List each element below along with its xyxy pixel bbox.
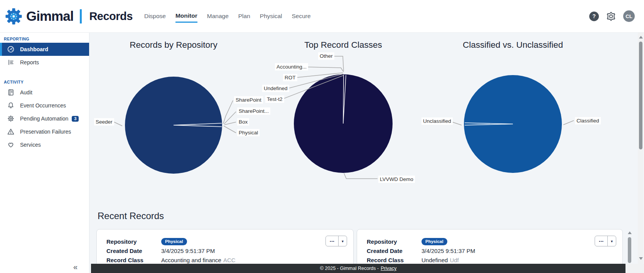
pie3-label-unclassified: Unclassified xyxy=(421,117,453,125)
pie1-label-seeder: Seeder xyxy=(94,118,114,126)
pie1-label-sharepoint2: SharePoint... xyxy=(237,107,270,115)
sidebar-item-label: Preservation Failures xyxy=(20,129,71,135)
privacy-link[interactable]: Privacy xyxy=(381,266,396,271)
sidebar-item-label: Reports xyxy=(20,59,39,65)
chart-title-classified-vs-unclassified: Classified vs. Unclassified xyxy=(463,40,563,50)
actions-dropdown-caret[interactable]: ▾ xyxy=(608,236,616,246)
chart-title-top-record-classes: Top Record Classes xyxy=(304,40,382,50)
sidebar-item-preservation-failures[interactable]: Preservation Failures xyxy=(0,125,89,138)
main-nav: Dispose Monitor Manage Plan Physical Sec… xyxy=(144,0,311,33)
pie1-label-sharepoint: SharePoint xyxy=(234,96,263,104)
sidebar-section-activity: ACTIVITY xyxy=(4,80,89,84)
help-icon[interactable]: ? xyxy=(589,12,599,21)
sidebar-item-label: Event Occurrences xyxy=(20,102,66,109)
sidebar-item-label: Dashboard xyxy=(20,46,48,52)
nav-manage[interactable]: Manage xyxy=(207,10,229,22)
field-row-record-class: Record Class Accounting and finance ACC xyxy=(106,255,353,265)
card-rows: Repository Physical Created Date 3/4/202… xyxy=(357,229,622,265)
sidebar-item-services[interactable]: Services xyxy=(0,138,89,151)
settings-gear-icon[interactable] xyxy=(605,11,617,22)
sidebar-section-reporting: REPORTING xyxy=(4,37,89,41)
brand-name: Gimmal xyxy=(26,8,73,24)
gimmal-gear-icon xyxy=(5,7,23,25)
card-action-split-button: ... ▾ xyxy=(325,236,347,246)
pie2-label-other: Other xyxy=(318,52,334,60)
chart-title-records-by-repository: Records by Repository xyxy=(130,40,217,50)
pie3-label-classified: Classified xyxy=(575,117,601,124)
pie1-label-box: Box xyxy=(237,118,249,126)
pie2-label-lvvwd-demo: LVVWD Demo xyxy=(378,176,415,183)
more-actions-button[interactable]: ... xyxy=(326,236,339,246)
page-scrollbar-thumb[interactable] xyxy=(639,42,642,149)
field-label: Created Date xyxy=(367,248,421,254)
app-window: Gimmal Records Dispose Monitor Manage Pl… xyxy=(0,0,644,273)
nav-monitor[interactable]: Monitor xyxy=(175,10,197,23)
product-name: Records xyxy=(89,10,133,23)
sidebar-item-audit[interactable]: Audit xyxy=(0,86,89,99)
recent-records-heading: Recent Records xyxy=(98,211,164,221)
warning-triangle-icon xyxy=(7,128,15,136)
field-label: Repository xyxy=(106,238,161,245)
repository-badge: Physical xyxy=(421,238,447,245)
created-date-value: 3/4/2025 9:51:37 PM xyxy=(161,248,215,254)
copyright-text: © 2025 - Gimmal Records - xyxy=(320,266,379,271)
sidebar-item-label: Pending Automation xyxy=(20,116,68,122)
page-scroll-up-arrow[interactable] xyxy=(639,36,643,39)
recent-records-scroll-up-arrow[interactable] xyxy=(628,231,632,234)
field-row-repository: Repository Physical xyxy=(106,237,353,246)
pie2-label-test-t2: Test-t2 xyxy=(265,95,284,103)
reports-list-icon xyxy=(7,59,15,66)
field-label: Record Class xyxy=(367,257,421,263)
nav-secure[interactable]: Secure xyxy=(292,10,311,22)
sidebar-item-label: Audit xyxy=(20,89,32,95)
pie-classified-vs-unclassified[interactable] xyxy=(464,75,562,173)
nav-plan[interactable]: Plan xyxy=(238,10,250,22)
nav-physical[interactable]: Physical xyxy=(260,10,282,22)
record-class-value: Accounting and finance xyxy=(161,257,221,263)
brand-divider xyxy=(80,9,82,23)
field-row-created-date: Created Date 3/4/2025 9:51:37 PM xyxy=(367,246,622,255)
repository-badge: Physical xyxy=(161,238,187,245)
record-class-value: Undefined xyxy=(421,257,448,263)
pie1-label-physical: Physical xyxy=(237,129,260,136)
sidebar-collapse-button[interactable]: « xyxy=(73,263,78,271)
field-label: Record Class xyxy=(106,257,161,263)
page-scroll-down-arrow[interactable] xyxy=(639,257,643,260)
field-row-repository: Repository Physical xyxy=(367,237,622,246)
pie-records-by-repository[interactable] xyxy=(125,77,222,174)
card-rows: Repository Physical Created Date 3/4/202… xyxy=(97,229,353,265)
gear-icon xyxy=(7,115,15,122)
avatar[interactable]: CL xyxy=(623,10,635,22)
header-icons: ? CL xyxy=(589,10,635,22)
sidebar: REPORTING Dashboard Reports ACTIVITY xyxy=(0,33,89,273)
created-date-value: 3/4/2025 9:51:37 PM xyxy=(421,248,475,254)
more-actions-button[interactable]: ... xyxy=(595,236,608,246)
pie2-label-undefined: Undefined xyxy=(262,85,289,92)
field-label: Created Date xyxy=(106,248,161,254)
record-class-code: Udf xyxy=(450,257,459,263)
sidebar-item-label: Services xyxy=(20,142,41,148)
field-label: Repository xyxy=(367,238,421,245)
heart-icon xyxy=(7,141,15,149)
nav-dispose[interactable]: Dispose xyxy=(144,10,166,22)
bell-icon xyxy=(7,102,15,109)
pie2-label-accounting: Accounting... xyxy=(275,63,308,70)
audit-book-icon xyxy=(7,89,15,96)
field-row-record-class: Record Class Undefined Udf xyxy=(367,255,622,265)
app-header: Gimmal Records Dispose Monitor Manage Pl… xyxy=(0,0,644,33)
dashboard-gauge-icon xyxy=(7,45,15,53)
pie2-label-rot: ROT xyxy=(283,74,297,81)
field-row-created-date: Created Date 3/4/2025 9:51:37 PM xyxy=(106,246,353,255)
pending-automation-badge: 3 xyxy=(72,116,79,122)
actions-dropdown-caret[interactable]: ▾ xyxy=(339,236,347,246)
recent-records-scrollbar-thumb[interactable] xyxy=(628,237,631,263)
sidebar-item-dashboard[interactable]: Dashboard xyxy=(0,43,89,56)
sidebar-item-pending-automation[interactable]: Pending Automation 3 xyxy=(0,112,89,125)
record-class-code: ACC xyxy=(223,257,236,263)
sidebar-item-event-occurrences[interactable]: Event Occurrences xyxy=(0,99,89,112)
card-action-split-button: ... ▾ xyxy=(595,236,616,246)
scrollbar-corner xyxy=(625,264,644,273)
sidebar-item-reports[interactable]: Reports xyxy=(0,56,89,69)
gimmal-logo[interactable]: Gimmal Records xyxy=(5,7,133,25)
footer-bar: © 2025 - Gimmal Records - Privacy xyxy=(91,264,625,273)
